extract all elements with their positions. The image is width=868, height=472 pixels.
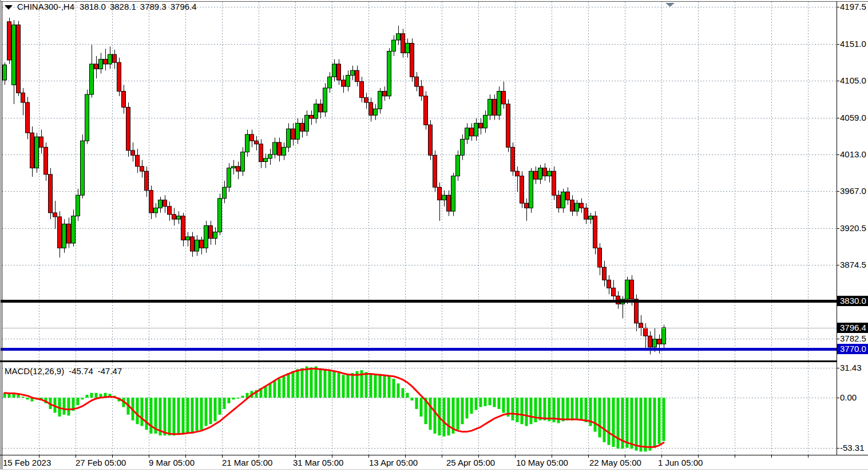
macd-histogram-bar (447, 398, 450, 435)
candle-bear (644, 328, 648, 336)
panel-separator[interactable] (0, 360, 837, 362)
candle-bear (209, 225, 213, 238)
macd-histogram-bar (644, 398, 647, 451)
macd-histogram-bar (269, 383, 272, 398)
macd-histogram-bar (489, 398, 492, 405)
macd-histogram-bar (608, 398, 611, 445)
macd-histogram-bar (310, 367, 313, 398)
price-axis-label: 4197.5 (840, 2, 866, 12)
candle-bear (520, 176, 524, 204)
current-price-badge: 3796.4 (837, 323, 868, 333)
candle-bear (149, 191, 153, 213)
candle-bear (94, 64, 98, 69)
price-axis-label: 3782.5 (840, 334, 866, 344)
price-axis-label: 4059.0 (840, 113, 866, 123)
candle-bear (557, 195, 561, 208)
candle-bear (566, 192, 570, 200)
candle-bear (552, 171, 556, 195)
candle-bear (49, 174, 53, 213)
macd-histogram-bar (530, 398, 533, 424)
macd-histogram-bar (264, 386, 267, 398)
candle-bear (570, 200, 574, 212)
candle-bull (232, 166, 236, 168)
candle-bear (364, 98, 368, 102)
candle-bear (53, 213, 57, 217)
chart-title: CHINA300-,H43818.03828.13789.33796.4 (3, 2, 197, 11)
candle-bear (433, 155, 437, 187)
macd-histogram-bar (516, 398, 519, 422)
macd-histogram-bar (512, 398, 514, 421)
macd-histogram-bar (374, 375, 377, 398)
candle-bear (657, 339, 661, 344)
candle-bear (104, 60, 108, 64)
macd-histogram-bar (182, 398, 185, 435)
macd-histogram-bar (383, 375, 386, 398)
candle-bear (525, 203, 529, 208)
macd-histogram-bar (466, 398, 469, 418)
macd-histogram-bar (86, 395, 89, 398)
candle-bear (200, 240, 204, 248)
macd-histogram-bar (585, 398, 588, 422)
macd-histogram-bar (388, 376, 391, 398)
time-axis-label: 10 May 05:00 (516, 458, 568, 467)
candle-bear (319, 104, 323, 112)
candle-bull (186, 237, 190, 240)
candle-bear (39, 137, 43, 147)
macd-histogram-bar (315, 366, 318, 398)
macd-histogram-bar (631, 398, 633, 449)
candle-bear (259, 144, 263, 162)
macd-histogram-bar (95, 393, 98, 398)
macd-axis-label: 31.43 (840, 363, 862, 373)
chart-shift-marker-icon[interactable] (665, 3, 675, 7)
candle-bear (410, 43, 414, 77)
axis-ticks (39, 7, 840, 458)
candle-bull (392, 40, 396, 51)
macd-histogram-bar (228, 398, 231, 403)
candle-bear (534, 171, 538, 179)
macd-histogram-bar (347, 375, 350, 398)
candle-bear (337, 64, 341, 80)
candle-bear (145, 171, 149, 191)
candle-bear (607, 280, 611, 288)
candle-bull (351, 70, 355, 75)
macd-histogram-bar (539, 398, 542, 421)
macd-histogram-bar (81, 398, 84, 399)
macd-histogram-bar (534, 398, 537, 422)
candle-bear (136, 155, 140, 166)
candle-bull (268, 154, 272, 158)
candle-bull (218, 199, 222, 232)
candle-bear (630, 280, 634, 299)
macd-histogram-bar (200, 398, 203, 430)
candle-bull (461, 139, 465, 155)
candle-bull (406, 43, 410, 53)
macd-histogram-bar (502, 398, 505, 412)
macd-histogram-bar (420, 398, 423, 417)
candle-bull (387, 51, 391, 96)
macd-histogram-bar (379, 374, 382, 398)
symbol-period-label: CHINA300-,H4 (17, 2, 74, 11)
macd-histogram-bar (328, 370, 331, 398)
symbol-dropdown-icon[interactable] (5, 5, 13, 10)
macd-histogram-bar (209, 398, 212, 424)
macd-histogram-bar (443, 398, 446, 437)
candle-bull (538, 168, 542, 180)
candle-bear (122, 91, 126, 107)
candle-bear (639, 323, 643, 328)
candle-bull (483, 115, 487, 128)
chart-canvas[interactable] (0, 0, 868, 472)
grid (2, 2, 837, 455)
candle-bear (580, 203, 584, 208)
time-axis-label: 21 Mar 05:00 (222, 458, 272, 467)
candle-bull (81, 141, 85, 195)
candle-bear (168, 207, 172, 215)
macd-histogram-bar (63, 398, 66, 415)
candle-bear (140, 166, 144, 171)
candle-bear (506, 104, 510, 147)
time-axis-label: 25 Apr 05:00 (446, 458, 495, 467)
time-axis-label: 9 Mar 05:00 (149, 458, 195, 467)
candle-bull (245, 134, 249, 152)
price-axis-label: 4151.0 (840, 39, 866, 49)
macd-histogram-bar (470, 398, 473, 414)
macd-histogram-bar (498, 398, 501, 409)
macd-histogram-bar (77, 398, 80, 405)
